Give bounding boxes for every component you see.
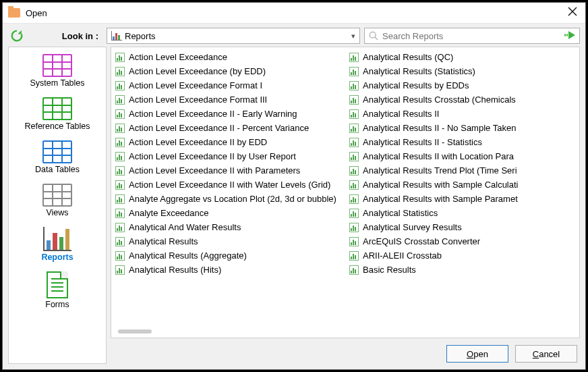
- report-icon: [115, 237, 125, 246]
- refresh-button[interactable]: [8, 27, 26, 45]
- search-go-button[interactable]: [564, 30, 577, 42]
- list-item-label: Analytical Results II - Statistics: [363, 137, 482, 147]
- list-item[interactable]: Analytical Results II: [345, 107, 579, 121]
- list-item[interactable]: Analytical Results by EDDs: [345, 78, 579, 92]
- report-icon: [115, 81, 125, 90]
- list-item[interactable]: ARII-ALEII Crosstab: [345, 248, 579, 263]
- report-icon: [349, 180, 359, 190]
- horizontal-scrollbar[interactable]: [118, 329, 152, 334]
- chart-icon: [43, 227, 71, 251]
- report-icon: [115, 67, 125, 76]
- list-panel-wrap: Action Level ExceedanceAction Level Exce…: [111, 47, 580, 364]
- list-item[interactable]: Action Level Exceedance II with Paramete…: [111, 163, 345, 178]
- list-item[interactable]: Action Level Exceedance II with Water Le…: [111, 178, 345, 192]
- svg-point-2: [370, 32, 376, 38]
- cancel-button[interactable]: Cancel: [515, 345, 577, 363]
- chart-icon: [111, 31, 122, 41]
- sidebar-item-data-tables[interactable]: Data Tables: [10, 138, 105, 178]
- list-item[interactable]: Analytical Results (QC): [345, 50, 579, 64]
- list-item[interactable]: Action Level Exceedance (by EDD): [111, 64, 345, 78]
- list-item[interactable]: Analyte Exceedance: [111, 206, 345, 220]
- list-item-label: Analytical Results by EDDs: [363, 80, 469, 90]
- sidebar-item-forms[interactable]: Forms: [10, 269, 105, 313]
- list-item[interactable]: Analytical Results (Hits): [111, 263, 345, 277]
- sidebar-item-views[interactable]: Views: [10, 181, 105, 221]
- list-item[interactable]: Analytical And Water Results: [111, 220, 345, 234]
- report-icon: [349, 109, 359, 119]
- list-item-label: Action Level Exceedance Format III: [129, 95, 267, 105]
- search-field[interactable]: [364, 28, 580, 44]
- list-item[interactable]: Analytical Results Crosstab (Chemicals: [345, 92, 579, 107]
- list-item[interactable]: Analytical Results II - Statistics: [345, 135, 579, 149]
- list-item[interactable]: Analytical Results II - No Sample Taken: [345, 121, 579, 135]
- report-icon: [115, 194, 125, 204]
- list-item[interactable]: Analytical Results with Sample Paramet: [345, 192, 579, 206]
- folder-icon: [8, 8, 20, 18]
- search-input[interactable]: [381, 30, 562, 42]
- lookin-dropdown[interactable]: Reports ▾: [107, 28, 360, 44]
- sidebar-item-label: Data Tables: [35, 165, 80, 174]
- list-item-label: Analytical Results (Aggregate): [129, 250, 247, 261]
- close-icon: [568, 7, 577, 16]
- list-item-label: Analytical Results with Sample Paramet: [363, 194, 518, 204]
- report-icon: [115, 251, 125, 261]
- close-button[interactable]: [568, 7, 580, 19]
- report-icon: [349, 166, 359, 176]
- list-item-label: Analytical Results II - No Sample Taken: [363, 123, 516, 133]
- report-icon: [349, 237, 359, 246]
- list-item[interactable]: Action Level Exceedance II - Early Warni…: [111, 107, 345, 121]
- list-item-label: Analytical Results with Sample Calculati: [363, 180, 518, 190]
- svg-rect-4: [564, 34, 566, 36]
- top-row: Look in : Reports ▾: [8, 24, 580, 45]
- list-item-label: Action Level Exceedance II - Early Warni…: [129, 109, 297, 119]
- sidebar-item-reports[interactable]: Reports: [10, 224, 105, 266]
- report-icon: [349, 194, 359, 204]
- list-item-label: Analyte Aggregate vs Location Plot (2d, …: [129, 194, 336, 204]
- report-list[interactable]: Action Level ExceedanceAction Level Exce…: [111, 47, 580, 338]
- list-item-label: Analytical Results (QC): [363, 52, 453, 62]
- sidebar-item-system-tables[interactable]: System Tables: [10, 51, 105, 92]
- list-item-label: Analytical Results (Statistics): [363, 66, 475, 76]
- table-icon: [42, 184, 72, 207]
- list-item-label: Basic Results: [363, 265, 416, 275]
- report-icon: [349, 209, 359, 218]
- list-item[interactable]: Basic Results: [345, 263, 579, 277]
- list-item-label: Action Level Exceedance II with Water Le…: [129, 180, 330, 190]
- sidebar-item-label: System Tables: [30, 78, 84, 88]
- list-item[interactable]: Action Level Exceedance II by EDD: [111, 135, 345, 149]
- list-item[interactable]: Action Level Exceedance II - Percent Var…: [111, 121, 345, 135]
- report-icon: [115, 265, 125, 275]
- search-icon: [369, 31, 378, 41]
- list-item-label: Action Level Exceedance II - Percent Var…: [129, 123, 309, 133]
- list-item[interactable]: Analyte Aggregate vs Location Plot (2d, …: [111, 192, 345, 206]
- report-icon: [349, 67, 359, 76]
- list-item[interactable]: Action Level Exceedance: [111, 50, 345, 64]
- titlebar: Open: [3, 3, 585, 23]
- list-item[interactable]: ArcEQuIS Crosstab Converter: [345, 234, 579, 248]
- list-item[interactable]: Analytical Results Trend Plot (Time Seri: [345, 163, 579, 178]
- table-icon: [42, 54, 72, 77]
- list-item[interactable]: Action Level Exceedance Format III: [111, 92, 345, 107]
- list-item[interactable]: Analytical Results II with Location Para: [345, 149, 579, 163]
- sidebar-item-reference-tables[interactable]: Reference Tables: [10, 95, 105, 135]
- dialog-body: Look in : Reports ▾: [3, 23, 585, 369]
- report-icon: [349, 124, 359, 133]
- list-item[interactable]: Analytical Statistics: [345, 206, 579, 220]
- list-item-label: Analytical Results II with Location Para: [363, 151, 514, 161]
- list-item[interactable]: Analytical Results (Statistics): [345, 64, 579, 78]
- list-item[interactable]: Analytical Results with Sample Calculati: [345, 178, 579, 192]
- open-button[interactable]: Open: [446, 345, 508, 363]
- chevron-down-icon: ▾: [351, 32, 355, 41]
- arrow-right-icon: [564, 30, 577, 40]
- list-item-label: Analytical Statistics: [363, 208, 438, 218]
- report-icon: [349, 152, 359, 161]
- list-item[interactable]: Analytical Results (Aggregate): [111, 248, 345, 263]
- list-item[interactable]: Analytical Results: [111, 234, 345, 248]
- list-item[interactable]: Action Level Exceedance Format I: [111, 78, 345, 92]
- list-item-label: Analytical Survey Results: [363, 222, 462, 232]
- list-item[interactable]: Analytical Survey Results: [345, 220, 579, 234]
- list-item[interactable]: Action Level Exceedance II by User Repor…: [111, 149, 345, 163]
- list-item-label: ARII-ALEII Crosstab: [363, 250, 442, 261]
- list-item-label: Action Level Exceedance (by EDD): [129, 66, 266, 76]
- report-icon: [115, 209, 125, 218]
